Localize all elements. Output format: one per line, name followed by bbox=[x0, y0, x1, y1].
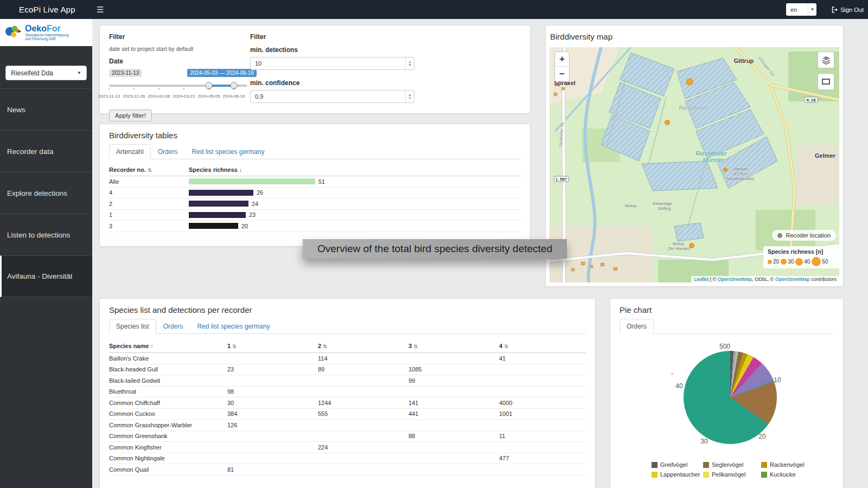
column-header-2[interactable]: 2 ⇅ bbox=[318, 343, 409, 349]
richness-cell: 20 bbox=[189, 223, 521, 229]
richness-circle-icon bbox=[795, 258, 803, 266]
sidebar-item-avifauna-diversit-t[interactable]: Avifauna - Diversität bbox=[0, 255, 92, 297]
table-row: 320 bbox=[109, 221, 521, 232]
richness-circle-icon bbox=[781, 259, 787, 265]
hamburger-menu-icon[interactable]: ☰ bbox=[97, 0, 104, 19]
number-spinner-icon[interactable]: ▲▼ bbox=[405, 91, 414, 102]
count-cell: 41 bbox=[499, 355, 586, 362]
richness-value: 23 bbox=[249, 211, 256, 218]
leaflet-link[interactable]: Leaflet bbox=[694, 277, 709, 282]
main-content: Filter date set to project start by defa… bbox=[92, 19, 868, 488]
legend-item-lappentaucher[interactable]: Lappentaucher bbox=[652, 471, 703, 478]
osm-link[interactable]: OpenStreetMap bbox=[718, 277, 752, 282]
sign-out-icon bbox=[832, 7, 838, 13]
hover-tooltip: Overview of the total bird species diver… bbox=[303, 239, 567, 259]
table-row: Black-headed Gull23891085 bbox=[109, 364, 586, 376]
date-range-badge: 2024-05-03 — 2024-06-16 bbox=[187, 69, 257, 77]
legend-item-pelikanv-gel[interactable]: Pelikanvögel bbox=[703, 471, 761, 478]
recorder-location-marker[interactable] bbox=[723, 168, 727, 172]
date-range-slider[interactable]: 2023-11-132023-12-262024-02-082024-03-23… bbox=[109, 81, 247, 100]
recorder-location-marker[interactable] bbox=[665, 120, 670, 125]
species-name-cell: Black-tailed Godwit bbox=[109, 377, 227, 384]
table-row: Alle51 bbox=[109, 176, 521, 188]
date-filter-section: Filter date set to project start by defa… bbox=[109, 33, 257, 121]
legend-swatch-icon bbox=[703, 472, 709, 478]
table-row: Common Cuckoo3845554411001 bbox=[109, 409, 586, 420]
tab-orders[interactable]: Orders bbox=[151, 144, 185, 159]
species-list-title: Species list and detections per recorder bbox=[100, 299, 595, 317]
column-header-4[interactable]: 4 ⇅ bbox=[499, 343, 586, 349]
richness-cell: 23 bbox=[189, 211, 521, 218]
sidebar-item-listen-to-detections[interactable]: Listen to detections bbox=[0, 214, 92, 255]
recorder-cell: 1 bbox=[109, 211, 189, 218]
table-row: Common Nightingale477 bbox=[109, 453, 586, 465]
sidebar-item-explore-detections[interactable]: Explore detections bbox=[0, 172, 92, 214]
count-cell: 30 bbox=[227, 400, 318, 406]
apply-filter-button[interactable]: Apply filter! bbox=[109, 110, 152, 121]
recorder-location-marker[interactable] bbox=[689, 243, 694, 248]
tab-red-list-species-germany[interactable]: Red list species germany bbox=[184, 144, 271, 159]
richness-circle-icon bbox=[768, 260, 772, 264]
count-cell: 99 bbox=[409, 377, 499, 384]
column-header-species-name[interactable]: Species name ↑ bbox=[109, 343, 227, 349]
count-cell: 1001 bbox=[499, 410, 586, 417]
language-select[interactable]: en ▼ bbox=[786, 3, 816, 16]
zoom-in-button[interactable]: + bbox=[555, 52, 569, 67]
richness-bar bbox=[189, 190, 253, 196]
column-header-3[interactable]: 3 ⇅ bbox=[409, 343, 499, 349]
sort-icon: ⇅ bbox=[504, 344, 508, 349]
richness-cell: 26 bbox=[189, 189, 521, 196]
sidebar-item-news[interactable]: News bbox=[0, 88, 92, 130]
min-detections-input[interactable] bbox=[250, 57, 414, 70]
date-start-badge: 2023-11-13 bbox=[109, 69, 142, 77]
osm-link[interactable]: OpenStreetMap bbox=[775, 277, 810, 282]
species-name-cell: Common Chiffchaff bbox=[109, 400, 227, 406]
legend-item-kuckucke[interactable]: Kuckucke bbox=[761, 471, 832, 478]
slider-tick: 2024-03-23 bbox=[173, 88, 195, 100]
table-row: 123 bbox=[109, 210, 521, 221]
legend-item-greifv-gel[interactable]: Greifvögel bbox=[652, 461, 703, 468]
sign-out-button[interactable]: Sign Out bbox=[832, 0, 864, 19]
leaflet-map[interactable]: + − GittrupSprakelGelmerRieselfelderRies… bbox=[550, 47, 839, 282]
richness-legend-item: 50 bbox=[812, 257, 828, 266]
column-header-1[interactable]: 1 ⇅ bbox=[227, 343, 318, 349]
project-select[interactable]: Rieselfeld Dda ▼ bbox=[5, 66, 87, 80]
count-cell: 477 bbox=[499, 455, 586, 461]
tab-species-list[interactable]: Species list bbox=[109, 319, 156, 334]
legend-item-rackenv-gel[interactable]: Rackenvögel bbox=[761, 461, 832, 468]
app-title: EcoPi Live App bbox=[19, 5, 75, 14]
pie-value-label: - bbox=[671, 370, 673, 377]
tab-orders[interactable]: Orders bbox=[620, 319, 654, 334]
column-header-recorder[interactable]: Recorder no. ⇅ bbox=[109, 166, 189, 173]
sidebar-item-label: Recorder data bbox=[7, 147, 54, 156]
tab-artenzahl[interactable]: Artenzahl bbox=[109, 144, 151, 159]
legend-swatch-icon bbox=[761, 472, 767, 478]
sort-icon: ⇅ bbox=[148, 168, 152, 173]
birddiversity-rows: Alle51426224123320 bbox=[109, 176, 521, 232]
legend-item-seglerv-gel[interactable]: Seglervögel bbox=[703, 461, 761, 468]
count-cell: 141 bbox=[409, 400, 499, 406]
map-title: Birddiversity map bbox=[548, 25, 843, 43]
table-row: 426 bbox=[109, 188, 521, 199]
orders-pie-chart[interactable] bbox=[684, 351, 777, 444]
number-spinner-icon[interactable]: ▲▼ bbox=[405, 57, 414, 69]
layers-control-button[interactable] bbox=[818, 52, 834, 68]
tab-red-list-species-germany[interactable]: Red list species germany bbox=[190, 319, 277, 334]
tab-orders[interactable]: Orders bbox=[156, 319, 190, 334]
extent-control-button[interactable] bbox=[818, 73, 834, 90]
column-header-richness[interactable]: Species richness ↓ bbox=[189, 166, 521, 173]
location-dot-icon bbox=[777, 233, 782, 238]
min-confidence-input[interactable] bbox=[250, 90, 414, 103]
zoom-control: + − bbox=[554, 52, 570, 82]
count-cell: 11 bbox=[499, 433, 586, 439]
count-cell: 81 bbox=[227, 466, 318, 473]
slider-ticks: 2023-11-132023-12-262024-02-082024-03-23… bbox=[109, 88, 234, 100]
count-cell: 89 bbox=[318, 366, 409, 373]
sidebar-item-recorder-data[interactable]: Recorder data bbox=[0, 130, 92, 172]
slider-tick: 2023-11-13 bbox=[98, 88, 120, 100]
zoom-out-button[interactable]: − bbox=[555, 67, 569, 81]
richness-value: 20 bbox=[241, 223, 248, 229]
legend-label: Kuckucke bbox=[770, 471, 796, 478]
recorder-location-marker[interactable] bbox=[686, 79, 693, 86]
table-row: Common Kingfisher224 bbox=[109, 442, 586, 453]
